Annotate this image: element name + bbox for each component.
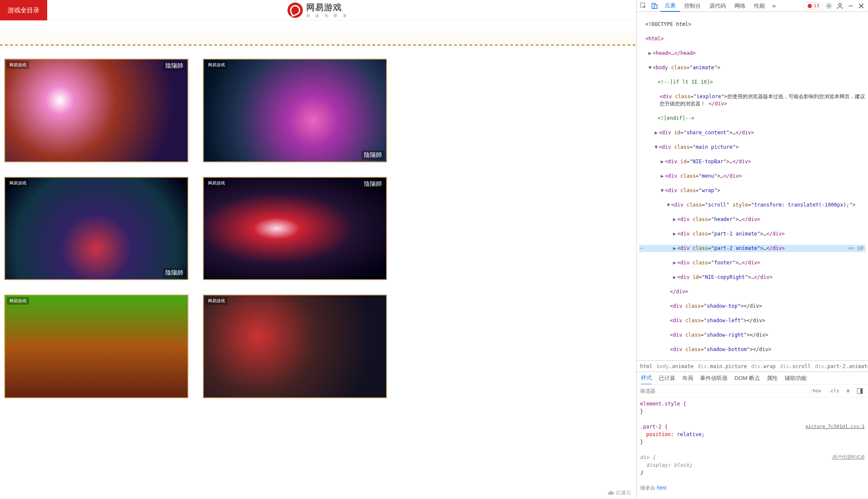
expand-triangle-icon[interactable]: ▶ [649, 50, 653, 57]
game-directory-button[interactable]: 游戏全目录 [0, 0, 47, 20]
breadcrumb-item[interactable]: html [640, 363, 652, 369]
thumb-brand-tag: 网易游戏 [7, 297, 29, 305]
styles-filter-input[interactable] [640, 388, 805, 394]
breadcrumb-item[interactable]: body.animate [657, 363, 694, 369]
thumb-brand-tag: 网易游戏 [7, 61, 29, 69]
source-link[interactable]: picture_7c501d1.css:1 [805, 423, 865, 431]
brand-logo-block[interactable]: 网易游戏 游 戏 热 爱 者 [287, 2, 349, 19]
tab-properties[interactable]: 属性 [767, 374, 778, 382]
account-icon[interactable] [835, 1, 845, 11]
brand-subtitle: 游 戏 热 爱 者 [306, 13, 349, 19]
tab-network[interactable]: 网络 [730, 0, 750, 12]
svg-point-3 [828, 5, 830, 6]
toggle-sidebar-icon[interactable] [855, 388, 865, 394]
device-toolbar-icon[interactable] [649, 1, 660, 11]
thumb-game-tag: 陰陽師 [163, 268, 186, 278]
thumb-brand-tag: 网易游戏 [205, 179, 228, 187]
brand-title: 网易游戏 [306, 2, 342, 13]
thumb-game-tag: 陰陽師 [361, 179, 384, 189]
sub-nav-bar [0, 20, 636, 46]
breadcrumb-item[interactable]: div.part-2.animate [815, 363, 868, 369]
wallpaper-thumb[interactable]: 网易游戏 陰陽師 [203, 177, 387, 281]
svg-rect-2 [654, 5, 657, 9]
breadcrumb-item[interactable]: div.wrap [751, 363, 776, 369]
wallpaper-thumb[interactable]: 网易游戏 陰陽師 [4, 59, 188, 162]
selected-dom-node[interactable]: ⋯ ▶<div class="part-2 animate">…</div>==… [639, 245, 865, 252]
inspect-element-icon[interactable] [638, 1, 649, 11]
dom-tree[interactable]: <!DOCTYPE html> <html> ▶<head>…</head> ▼… [637, 12, 868, 360]
tab-dom-breakpoints[interactable]: DOM 断点 [734, 374, 760, 382]
error-dot-icon [808, 4, 812, 8]
settings-gear-icon[interactable] [824, 1, 834, 11]
tab-elements[interactable]: 元素 [660, 0, 680, 12]
tab-sources[interactable]: 源代码 [705, 0, 730, 12]
collapse-triangle-icon[interactable]: ▼ [649, 64, 653, 71]
svg-rect-6 [860, 388, 862, 394]
thumb-brand-tag: 网易游戏 [7, 179, 29, 187]
thumb-game-tag: 陰陽師 [163, 61, 186, 71]
styles-pane[interactable]: element.style { } picture_7c501d1.css:1.… [637, 397, 868, 499]
wallpaper-thumb[interactable]: 网易游戏 [4, 295, 188, 398]
devtools-toolbar: 元素 控制台 源代码 网络 性能 » 13 ⋯ [637, 0, 868, 12]
dom-breadcrumb[interactable]: html body.animate div.main.picture div.w… [637, 360, 868, 371]
tab-computed[interactable]: 已计算 [659, 374, 675, 382]
tab-performance[interactable]: 性能 [750, 0, 769, 12]
error-count: 13 [814, 3, 819, 9]
tab-event-listeners[interactable]: 事件侦听器 [700, 374, 728, 382]
wallpaper-thumb[interactable]: 网易游戏 陰陽師 [4, 177, 188, 281]
tabs-overflow-icon[interactable]: » [769, 2, 779, 10]
styles-filter-row: :hov .cls + [637, 384, 868, 397]
wallpaper-thumb[interactable]: 网易游戏 [203, 295, 387, 398]
user-agent-label: 用户代理样式表 [832, 454, 865, 461]
thumb-game-tag: 陰陽師 [361, 150, 384, 160]
tab-styles[interactable]: 样式 [641, 372, 652, 385]
cloud-icon [607, 490, 614, 496]
netease-logo-icon [287, 3, 303, 18]
hov-toggle[interactable]: :hov [808, 388, 823, 394]
tab-accessibility[interactable]: 辅助功能 [785, 374, 807, 382]
tab-layout[interactable]: 布局 [682, 374, 693, 382]
tab-console[interactable]: 控制台 [680, 0, 705, 12]
webpage-viewport: 游戏全目录 网易游戏 游 戏 热 爱 者 网易游戏 陰陽師 网易游戏 陰陽師 [0, 0, 636, 499]
breadcrumb-item[interactable]: div.main.picture [698, 363, 747, 369]
error-count-badge[interactable]: 13 [804, 2, 823, 10]
new-style-rule-icon[interactable]: + [844, 387, 852, 395]
wallpaper-thumb[interactable]: 网易游戏 陰陽師 [203, 59, 387, 162]
svg-point-4 [839, 3, 841, 6]
styles-tabs: 样式 已计算 布局 事件侦听器 DOM 断点 属性 辅助功能 [637, 371, 868, 384]
more-menu-icon[interactable]: ⋯ [846, 2, 855, 10]
breadcrumb-item[interactable]: div.scroll [780, 363, 811, 369]
thumb-brand-tag: 网易游戏 [205, 297, 228, 305]
page-header: 游戏全目录 网易游戏 游 戏 热 爱 者 [0, 0, 636, 20]
cls-toggle[interactable]: .cls [826, 388, 841, 394]
wallpaper-gallery[interactable]: 网易游戏 陰陽師 网易游戏 陰陽師 网易游戏 陰陽師 网易游戏 陰陽師 网易游戏 [0, 46, 636, 499]
footer-credit: 亿速云 [607, 489, 631, 496]
thumb-brand-tag: 网易游戏 [205, 61, 228, 69]
devtools-panel: 元素 控制台 源代码 网络 性能 » 13 ⋯ <!DOC [636, 0, 868, 499]
close-devtools-icon[interactable] [856, 1, 866, 11]
